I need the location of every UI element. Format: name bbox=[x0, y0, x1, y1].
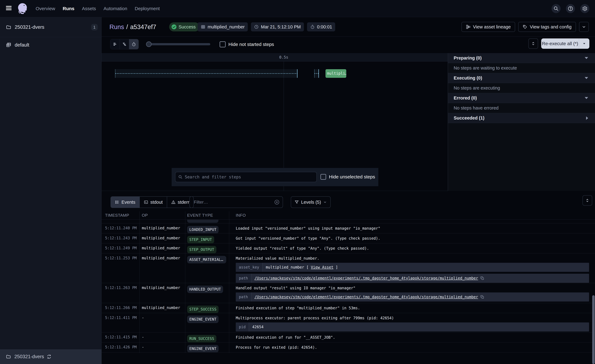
metadata-entry-asset_key: asset_keymultiplied_number[View Asset] bbox=[236, 263, 589, 272]
event-op: multiplied_number bbox=[140, 303, 185, 314]
tag-icon bbox=[523, 25, 527, 29]
hide-not-started-label: Hide not started steps bbox=[228, 42, 274, 47]
main-nav: OverviewRunsAssetsAutomationDeployment bbox=[36, 0, 160, 17]
event-info-cell: Yielded output "result" of type "Any". (… bbox=[229, 243, 595, 254]
run-header-more-button[interactable] bbox=[579, 22, 589, 32]
clear-filter-icon[interactable] bbox=[274, 199, 280, 205]
folder-icon bbox=[6, 25, 11, 30]
copy-icon[interactable] bbox=[480, 276, 484, 280]
panel-section-label: Preparing (0) bbox=[454, 56, 585, 61]
panel-section-0-header[interactable]: Preparing (0) bbox=[448, 53, 595, 63]
chevron-down-icon bbox=[323, 200, 327, 204]
metadata-value: /Users/smackesey/stm/code/elementl/exper… bbox=[251, 293, 488, 301]
nav-item-runs[interactable]: Runs bbox=[63, 6, 74, 11]
view-mode-flat-button[interactable] bbox=[110, 39, 120, 49]
levels-dropdown[interactable]: Levels (5) bbox=[291, 196, 331, 208]
event-op: - bbox=[140, 332, 185, 343]
event-row: 5:12:11.411 PM-ENGINE_EVENTMultiprocess … bbox=[102, 313, 595, 332]
breadcrumb: Runs / a5347ef7 bbox=[109, 17, 156, 37]
event-type-cell: ENGINE_EVENT bbox=[185, 313, 229, 332]
expand-vertical-icon bbox=[585, 198, 590, 203]
tab-stdout[interactable]: stdout bbox=[140, 197, 167, 208]
metadata-key: asset_key bbox=[236, 263, 263, 272]
event-info-text: Loaded input "versioned_number" using in… bbox=[236, 226, 589, 231]
sidebar-footer-repo[interactable]: 250321-dvers bbox=[0, 349, 102, 364]
metadata-text: multiplied_number bbox=[266, 265, 304, 269]
breadcrumb-runs-link[interactable]: Runs bbox=[109, 23, 124, 30]
run-tag-1: Mar 21, 5:12:10 PM bbox=[251, 22, 304, 31]
event-log-table: TIMESTAMP OP EVENT TYPE INFO 5:12:11.240… bbox=[102, 211, 595, 352]
help-button[interactable] bbox=[566, 4, 575, 13]
caret-down-icon bbox=[582, 42, 586, 46]
hide-not-started-checkbox[interactable] bbox=[220, 42, 226, 47]
copy-icon[interactable] bbox=[480, 295, 484, 299]
nav-item-automation[interactable]: Automation bbox=[104, 6, 127, 11]
search-button[interactable] bbox=[552, 4, 561, 13]
metadata-key: pid bbox=[236, 322, 249, 331]
sidebar-item-repo[interactable]: 250321-dvers 1 bbox=[0, 17, 101, 37]
asset-grid-icon bbox=[201, 25, 205, 29]
run-tag-label: 0:00:01 bbox=[317, 24, 332, 29]
event-type-badge: STEP_OUTPUT bbox=[187, 246, 216, 253]
zoom-slider-track[interactable] bbox=[146, 43, 210, 45]
path-link[interactable]: /Users/smackesey/stm/code/elementl/exper… bbox=[255, 295, 478, 299]
top-nav: OverviewRunsAssetsAutomationDeployment bbox=[0, 0, 595, 17]
gantt-step-bar-multiplied-number[interactable]: multipli… bbox=[326, 69, 346, 78]
nav-item-deployment[interactable]: Deployment bbox=[135, 6, 160, 11]
zoom-slider-handle[interactable] bbox=[146, 42, 152, 47]
partial-event-row bbox=[102, 220, 595, 224]
dagster-logo-icon[interactable] bbox=[16, 2, 29, 15]
bracket: [ bbox=[306, 265, 309, 269]
view-asset-lineage-button[interactable]: View asset lineage bbox=[461, 22, 515, 32]
event-timestamp: 5:12:11.253 PM bbox=[102, 253, 140, 283]
panel-section-body: No steps have errored bbox=[448, 103, 595, 113]
nav-item-assets[interactable]: Assets bbox=[82, 6, 96, 11]
metadata-key: path bbox=[236, 274, 251, 283]
panel-section-1-header[interactable]: Executing (0) bbox=[448, 73, 595, 83]
gantt-waiting-band-small bbox=[314, 69, 319, 78]
gantt-toolbar: Hide not started steps Re-execute all (*… bbox=[102, 37, 595, 53]
event-timestamp: 5:12:11.263 PM bbox=[102, 283, 140, 303]
run-tags: multiplied_numberMar 21, 5:12:10 PM0:00:… bbox=[198, 22, 335, 31]
view-mode-waterfall-button[interactable] bbox=[120, 39, 129, 49]
dagster-run-page: OverviewRunsAssetsAutomationDeployment 2… bbox=[0, 0, 595, 364]
gantt-expand-button[interactable] bbox=[528, 38, 538, 49]
triangle-down-icon bbox=[585, 77, 588, 79]
warning-icon bbox=[171, 200, 176, 204]
view-tags-config-button[interactable]: View tags and config bbox=[518, 22, 576, 32]
panel-section-body: No steps are waiting to execute bbox=[448, 63, 595, 73]
col-info: INFO bbox=[229, 211, 595, 219]
panel-section-3-header[interactable]: Succeeded (1) bbox=[448, 113, 595, 123]
path-link[interactable]: /Users/smackesey/stm/code/elementl/exper… bbox=[255, 276, 478, 280]
hamburger-menu-icon[interactable] bbox=[6, 6, 12, 11]
hide-unselected-checkbox[interactable] bbox=[320, 174, 326, 180]
tab-events[interactable]: Events bbox=[111, 197, 140, 208]
sidebar-item-default-group[interactable]: default bbox=[0, 37, 101, 53]
step-search-input[interactable] bbox=[185, 175, 314, 179]
event-timestamp: 5:12:11.426 PM bbox=[102, 343, 140, 353]
triangle-down-icon bbox=[585, 97, 588, 99]
refresh-icon[interactable] bbox=[47, 354, 52, 359]
metadata-key: path bbox=[236, 293, 251, 301]
panel-section-2-header[interactable]: Errored (0) bbox=[448, 93, 595, 103]
events-expand-button[interactable] bbox=[582, 195, 592, 206]
event-row: 5:12:11.263 PMmultiplied_numberHANDLED_O… bbox=[102, 283, 595, 303]
reexecute-all-button[interactable]: Re-execute all (*) bbox=[541, 38, 579, 49]
settings-button[interactable] bbox=[580, 4, 589, 13]
gantt-chart: 0.5s multipli… Hide unselected steps Pre… bbox=[102, 53, 595, 191]
reexecute-dropdown-button[interactable] bbox=[579, 38, 589, 49]
log-filter-input[interactable] bbox=[194, 200, 272, 205]
col-op: OP bbox=[140, 211, 185, 219]
nav-item-overview[interactable]: Overview bbox=[36, 6, 55, 11]
event-type-badge: STEP_SUCCESS bbox=[187, 306, 219, 313]
folder-icon bbox=[6, 354, 11, 359]
footer-repo-name: 250321-dvers bbox=[14, 354, 44, 359]
events-scrollbar-thumb[interactable] bbox=[592, 295, 595, 364]
event-type-cell: STEP_SUCCESS bbox=[185, 303, 229, 314]
event-type-badge: ASSET_MATERIALI… bbox=[187, 256, 226, 263]
view-mode-timed-button[interactable] bbox=[129, 39, 139, 49]
event-info-cell: Finished execution of step "multiplied_n… bbox=[229, 303, 595, 314]
event-type-cell: STEP_OUTPUT bbox=[185, 243, 229, 254]
view-asset-link[interactable]: View Asset bbox=[311, 265, 333, 269]
event-op: - bbox=[140, 343, 185, 353]
